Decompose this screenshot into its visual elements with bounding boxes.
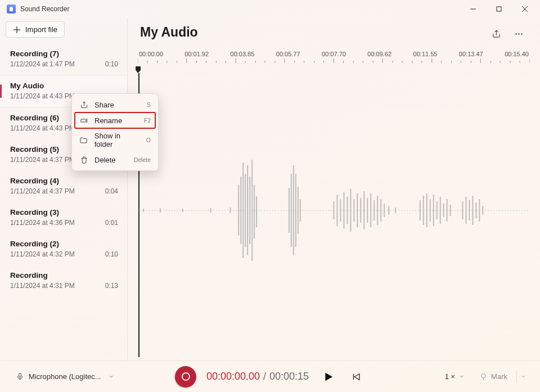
recording-title: Recording — [10, 271, 118, 280]
mark-label: Mark — [491, 372, 507, 381]
svg-rect-106 — [80, 119, 86, 122]
timeline-label: 00:00.00 — [139, 51, 163, 57]
context-menu-label: Delete — [94, 156, 116, 164]
recording-date: 1/11/2024 at 4:43 PM — [10, 124, 75, 132]
previous-marker-button[interactable] — [347, 368, 365, 386]
svg-marker-112 — [354, 373, 359, 380]
timeline-label: 00:07.70 — [322, 51, 346, 57]
more-icon — [514, 29, 524, 39]
recording-item[interactable]: Recording (7) 1/12/2024 at 1:47 PM0:10 — [0, 43, 127, 75]
page-title: My Audio — [140, 25, 198, 40]
play-button[interactable] — [319, 368, 337, 386]
microphone-icon — [16, 372, 24, 381]
share-icon — [492, 29, 501, 39]
sidebar: Import file Recording (7) 1/12/2024 at 1… — [0, 18, 128, 361]
recording-date: 1/11/2024 at 4:37 PM — [10, 156, 75, 164]
import-file-button[interactable]: Import file — [6, 21, 65, 38]
context-menu-share[interactable]: Share S — [75, 97, 155, 112]
recording-item[interactable]: Recording (2) 1/11/2024 at 4:32 PM0:10 — [0, 233, 127, 265]
chevron-down-icon — [520, 373, 526, 380]
context-menu-label: Show in folder — [94, 132, 140, 148]
microphone-select[interactable]: Microphone (Logitec... — [10, 370, 120, 384]
context-menu-shortcut: F2 — [144, 117, 151, 124]
time-total: 00:00:15 — [269, 371, 309, 382]
share-button[interactable] — [487, 25, 505, 43]
recording-date: 1/11/2024 at 4:36 PM — [10, 219, 75, 227]
svg-point-7 — [518, 33, 519, 34]
recording-date: 1/12/2024 at 1:47 PM — [10, 60, 75, 68]
svg-marker-110 — [326, 372, 333, 381]
recording-duration: 0:04 — [105, 187, 118, 195]
context-menu-label: Rename — [94, 116, 122, 125]
recording-date: 1/11/2024 at 4:32 PM — [10, 250, 75, 258]
context-menu-shortcut: Delete — [134, 156, 151, 163]
recording-title: Recording (3) — [10, 208, 118, 217]
recording-item[interactable]: Recording 1/11/2024 at 4:31 PM0:13 — [0, 265, 127, 296]
timeline-label: 00:03.85 — [231, 51, 255, 57]
recording-title: Recording (7) — [10, 49, 118, 58]
titlebar: Sound Recorder — [0, 0, 540, 18]
plus-icon — [13, 26, 21, 34]
window-maximize-button[interactable] — [486, 0, 512, 18]
recording-date: 1/11/2024 at 4:43 PM — [10, 92, 75, 100]
recording-duration: 0:13 — [105, 282, 118, 290]
context-menu-shortcut: O — [146, 137, 151, 143]
timeline-label: 00:05.77 — [276, 51, 300, 57]
share-icon — [79, 100, 88, 109]
svg-rect-1 — [497, 7, 501, 11]
playback-speed-label: 1 × — [445, 372, 455, 381]
svg-point-113 — [482, 374, 486, 379]
app-icon — [7, 4, 16, 13]
timeline-label: 00:15.40 — [505, 51, 529, 57]
recording-date: 1/11/2024 at 4:31 PM — [10, 282, 75, 290]
recording-title: Recording (2) — [10, 240, 118, 248]
waveform-area[interactable] — [138, 73, 530, 361]
timeline-label: 00:09.62 — [367, 51, 392, 57]
recording-date: 1/11/2024 at 4:37 PM — [10, 187, 75, 195]
recording-title: My Audio — [10, 82, 118, 90]
bookmark-icon — [479, 372, 488, 381]
context-menu-show-in-folder[interactable]: Show in folder O — [75, 128, 155, 152]
context-menu-rename[interactable]: Rename F2 — [75, 112, 155, 128]
playback-speed-button[interactable]: 1 × — [439, 369, 470, 384]
timecode: 00:00:00.00 / 00:00:15 — [206, 371, 309, 382]
mark-menu-button[interactable] — [516, 370, 530, 383]
chevron-down-icon — [108, 373, 114, 380]
window-title: Sound Recorder — [20, 5, 69, 13]
timeline-label: 00:01.92 — [184, 51, 209, 57]
time-separator: / — [263, 371, 266, 382]
microphone-label: Microphone (Logitec... — [29, 372, 101, 381]
context-menu: Share S Rename F2 Show in folder O Delet… — [71, 93, 159, 171]
recording-duration: 0:10 — [105, 60, 118, 68]
import-file-label: Import file — [25, 25, 57, 34]
waveform — [138, 143, 530, 278]
svg-point-8 — [521, 33, 522, 34]
more-button[interactable] — [510, 25, 528, 43]
recording-item[interactable]: Recording (4) 1/11/2024 at 4:37 PM0:04 — [0, 170, 127, 202]
context-menu-delete[interactable]: Delete Delete — [75, 152, 155, 168]
bottom-bar: Microphone (Logitec... 00:00:00.00 / 00:… — [0, 361, 540, 392]
record-button[interactable] — [175, 366, 196, 388]
time-current: 00:00:00.00 — [206, 371, 260, 382]
trash-icon — [79, 155, 88, 164]
playhead[interactable] — [136, 66, 141, 73]
rename-icon — [79, 116, 88, 125]
timeline-label: 00:11.55 — [413, 51, 438, 57]
mark-button[interactable]: Mark — [474, 369, 513, 384]
folder-icon — [79, 136, 88, 145]
window-minimize-button[interactable] — [460, 0, 486, 18]
recording-duration: 0:01 — [105, 219, 118, 227]
skip-back-icon — [351, 372, 361, 382]
recording-title: Recording (4) — [10, 177, 118, 185]
context-menu-label: Share — [94, 101, 114, 109]
play-icon — [322, 371, 334, 383]
window-close-button[interactable] — [512, 0, 538, 18]
recording-item[interactable]: Recording (3) 1/11/2024 at 4:36 PM0:01 — [0, 202, 127, 233]
recording-duration: 0:10 — [105, 250, 118, 258]
svg-rect-108 — [19, 373, 21, 377]
svg-point-6 — [515, 33, 516, 34]
timeline-ticks — [138, 58, 530, 67]
timeline[interactable]: 00:00.00 00:01.92 00:03.85 00:05.77 00:0… — [138, 51, 530, 73]
chevron-down-icon — [458, 373, 465, 380]
timeline-label: 00:13.47 — [459, 51, 483, 57]
